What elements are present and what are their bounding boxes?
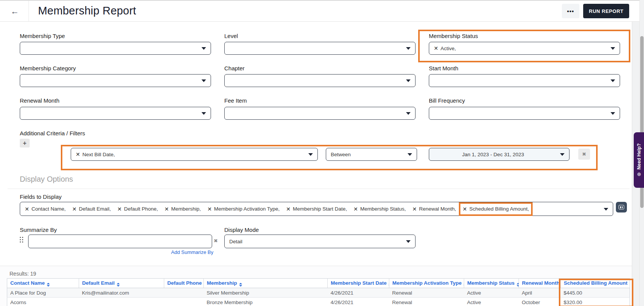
chevron-down-icon xyxy=(406,79,411,82)
remove-chip-icon[interactable]: ✕ xyxy=(354,206,358,212)
remove-chip-icon[interactable]: ✕ xyxy=(165,206,169,212)
membership-status-value: Active, xyxy=(441,46,456,51)
membership-category-label: Membership Category xyxy=(20,65,76,71)
membership-type-select[interactable] xyxy=(20,42,211,55)
table-cell: Active xyxy=(464,298,519,306)
chapter-label: Chapter xyxy=(224,65,244,71)
sort-icon[interactable] xyxy=(630,283,630,287)
page-title: Membership Report xyxy=(38,5,136,17)
criteria-field-select[interactable]: ✕ Next Bill Date, xyxy=(71,148,318,161)
results-section: Results: 19 Contact Name Default Email D… xyxy=(0,266,639,306)
column-header-scheduled-billing-amount[interactable]: Scheduled Billing Amount xyxy=(561,279,630,288)
table-row: A Place for Dog Kris@mailinator.com Silv… xyxy=(7,288,630,298)
criteria-daterange-select[interactable]: Jan 1, 2023 - Dec 31, 2023 xyxy=(429,148,569,161)
chevron-down-icon xyxy=(406,47,411,50)
renewal-month-label: Renewal Month xyxy=(20,97,59,104)
remove-criteria-row-button[interactable]: ✖ xyxy=(578,149,590,160)
add-criteria-button[interactable]: + xyxy=(20,139,30,147)
remove-chip-icon[interactable]: ✕ xyxy=(207,206,212,212)
fields-to-display-select[interactable]: ✕Contact Name, ✕Default Email, ✕Default … xyxy=(20,202,613,216)
bill-frequency-select[interactable] xyxy=(429,107,620,120)
more-options-button[interactable]: ••• xyxy=(562,4,579,18)
chevron-down-icon xyxy=(611,79,615,82)
table-cell: Bronze Membership xyxy=(204,298,328,306)
column-header-membership[interactable]: Membership xyxy=(204,279,328,288)
field-chip: ✕Default Email, xyxy=(72,206,111,212)
column-header-default-phone[interactable]: Default Phone xyxy=(164,279,204,288)
membership-status-label: Membership Status xyxy=(429,33,478,39)
chevron-down-icon xyxy=(408,153,412,156)
membership-report-page: ← Membership Report ••• RUN REPORT Membe… xyxy=(0,0,644,306)
fee-item-select[interactable] xyxy=(224,107,416,120)
remove-chip-icon[interactable]: ✕ xyxy=(72,206,77,212)
bill-frequency-label: Bill Frequency xyxy=(429,97,465,104)
need-help-tab[interactable]: ⊛ Need Help? xyxy=(634,132,644,188)
level-select[interactable] xyxy=(224,42,416,55)
table-cell: Kris@mailinator.com xyxy=(79,288,164,298)
criteria-operator-value: Between xyxy=(331,152,351,157)
remove-chip-icon[interactable]: ✕ xyxy=(117,206,122,212)
display-mode-value: Detail xyxy=(229,239,243,244)
run-report-button[interactable]: RUN REPORT xyxy=(583,4,629,18)
table-cell: 4/26/2021 xyxy=(328,288,389,298)
clear-selection-icon[interactable]: ✕ xyxy=(434,45,438,51)
column-header-membership-status[interactable]: Membership Status xyxy=(464,279,519,288)
display-mode-select[interactable]: Detail xyxy=(224,235,416,248)
ellipsis-icon: ••• xyxy=(567,8,574,14)
start-month-label: Start Month xyxy=(429,65,458,71)
summarize-by-label: Summarize By xyxy=(20,227,57,233)
back-button[interactable]: ← xyxy=(8,5,21,17)
membership-category-select[interactable] xyxy=(20,74,211,87)
clear-summarize-button[interactable]: ✖ xyxy=(214,238,218,244)
add-summarize-by-link[interactable]: Add Summarize By xyxy=(171,249,213,255)
header-divider xyxy=(29,1,29,21)
field-chip: ✕Default Phone, xyxy=(117,206,158,212)
chevron-down-icon xyxy=(201,47,206,50)
chapter-select[interactable] xyxy=(224,74,416,87)
column-header-membership-start-date[interactable]: Membership Start Date xyxy=(328,279,389,288)
sort-icon[interactable] xyxy=(517,283,519,287)
need-help-label: Need Help? xyxy=(636,144,642,170)
table-row: Acorns Bronze Membership 4/26/2021 Renew… xyxy=(7,298,630,306)
table-cell: Active xyxy=(464,288,519,298)
remove-chip-icon[interactable]: ✕ xyxy=(463,206,467,212)
table-cell: Renewal xyxy=(389,298,464,306)
table-header-row: Contact Name Default Email Default Phone… xyxy=(7,279,630,288)
membership-status-select[interactable]: ✕ Active, xyxy=(429,42,620,55)
sort-icon[interactable] xyxy=(47,283,50,287)
contact-name-link[interactable]: Acorns xyxy=(7,298,79,306)
level-label: Level xyxy=(224,33,238,39)
manage-columns-button[interactable] xyxy=(616,202,627,212)
table-cell: 4/26/2021 xyxy=(328,298,389,306)
drag-handle-icon[interactable] xyxy=(20,237,23,243)
column-header-renewal-month[interactable]: Renewal Month xyxy=(519,279,561,288)
table-cell: Silver Membership xyxy=(204,288,328,298)
column-header-membership-activation-type[interactable]: Membership Activation Type xyxy=(389,279,464,288)
clear-selection-icon[interactable]: ✕ xyxy=(76,151,80,157)
contact-name-link[interactable]: A Place for Dog xyxy=(7,288,79,298)
chevron-down-icon xyxy=(604,208,608,211)
membership-type-label: Membership Type xyxy=(20,33,65,39)
sort-icon[interactable] xyxy=(117,283,120,287)
summarize-by-input[interactable] xyxy=(28,235,212,248)
start-month-select[interactable] xyxy=(429,74,620,87)
life-ring-icon: ⊛ xyxy=(636,172,642,176)
section-divider xyxy=(8,189,630,189)
remove-chip-icon[interactable]: ✕ xyxy=(286,206,290,212)
field-chip: ✕Membership, xyxy=(165,206,201,212)
remove-chip-icon[interactable]: ✕ xyxy=(25,206,29,212)
chevron-down-icon xyxy=(308,153,313,156)
table-cell xyxy=(79,298,164,306)
fields-to-display-label: Fields to Display xyxy=(20,193,62,200)
criteria-operator-select[interactable]: Between xyxy=(326,148,417,161)
column-header-contact-name[interactable]: Contact Name xyxy=(7,279,79,288)
field-chip: ✕Renewal Month, xyxy=(412,206,456,212)
remove-chip-icon[interactable]: ✕ xyxy=(412,206,417,212)
criteria-field-value: Next Bill Date, xyxy=(82,152,115,157)
column-header-default-email[interactable]: Default Email xyxy=(79,279,164,288)
field-chip: ✕Membership Start Date, xyxy=(286,206,347,212)
fee-item-label: Fee Item xyxy=(224,97,247,104)
sort-icon[interactable] xyxy=(239,283,242,287)
renewal-month-select[interactable] xyxy=(20,107,211,120)
table-cell: $320.00 xyxy=(561,298,630,306)
